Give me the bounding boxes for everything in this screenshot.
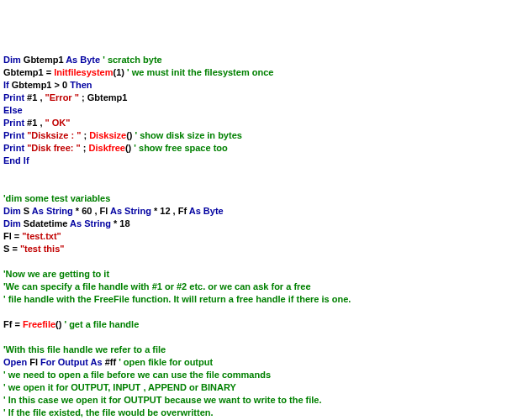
code-token: Ff = (3, 319, 23, 329)
code-token: 'Now we are getting to it (3, 269, 109, 279)
code-token: As (66, 55, 77, 65)
code-line: Else (3, 104, 528, 117)
code-token: Dim (3, 218, 21, 228)
code-line (3, 306, 528, 318)
code-token: End (3, 155, 21, 165)
code-token: Then (70, 80, 92, 90)
code-token: Fl (27, 357, 40, 367)
code-token: " OK" (45, 118, 71, 128)
code-token: "Disk free: " (27, 143, 81, 153)
code-token: ' If the file existed, the file would be… (3, 407, 214, 417)
code-line: Print "Disk free: " ; Diskfree() ' show … (3, 142, 528, 155)
code-line: If Gbtemp1 > 0 Then (3, 79, 528, 92)
code-line: ' If the file existed, the file would be… (3, 407, 528, 419)
code-token: () (55, 319, 64, 329)
code-token: S = (3, 244, 20, 254)
code-token: "test.txt" (22, 231, 61, 241)
code-line (3, 255, 528, 268)
code-token: Gbtemp1 = (3, 67, 54, 77)
code-token: "test this" (20, 244, 65, 254)
code-token: String (124, 206, 151, 216)
code-line: Dim S As String * 60 , Fl As String * 12… (3, 205, 528, 218)
code-token: ' file handle with the FreeFile function… (3, 294, 351, 304)
code-token: ' open fikle for output (119, 357, 213, 367)
code-token: "Disksize : " (27, 130, 81, 140)
code-line: Dim Sdatetime As String * 18 (3, 218, 528, 230)
code-token: Else (3, 105, 23, 115)
code-token: ' show disk size in bytes (135, 130, 242, 140)
code-token: If (3, 80, 9, 90)
code-token: ' we need to open a file before we can u… (3, 370, 271, 380)
code-block: Dim Gbtemp1 As Byte ' scratch byteGbtemp… (3, 54, 528, 420)
code-line (3, 180, 528, 192)
code-token: #ff (103, 357, 119, 367)
code-token: ' get a file handle (64, 319, 139, 329)
code-line: 'We can specify a file handle with #1 or… (3, 281, 528, 293)
code-token: For (40, 357, 55, 367)
code-token: As (91, 357, 103, 367)
code-token: 'dim some test variables (3, 193, 110, 203)
code-token: Initfilesystem (54, 67, 113, 77)
code-token: ' show free space too (134, 143, 227, 153)
code-token: ' we open it for OUTPUT, INPUT , APPEND … (3, 382, 236, 392)
code-token (3, 168, 6, 178)
code-line: ' we need to open a file before we can u… (3, 369, 528, 381)
code-line: Print "Disksize : " ; Disksize() ' show … (3, 129, 528, 142)
code-token: 'We can specify a file handle with #1 or… (3, 281, 311, 291)
code-token: String (46, 206, 73, 216)
code-token: Dim (3, 55, 21, 65)
code-token: * 12 , Ff (151, 206, 189, 216)
code-line: ' In this case we open it for OUTPUT bec… (3, 394, 528, 407)
code-line: ' file handle with the FreeFile function… (3, 293, 528, 306)
code-token: ' we must init the filesystem once (127, 67, 273, 77)
code-token: * 60 , Fl (73, 206, 110, 216)
code-token: * 18 (111, 218, 130, 228)
code-token: Gbtemp1 (21, 55, 66, 65)
code-token: Print (3, 118, 24, 128)
code-token: #1 , (24, 92, 45, 102)
code-line: Print #1 , " OK" (3, 117, 528, 129)
code-line (3, 167, 528, 180)
code-token: Sdatetime (21, 218, 70, 228)
code-token: ; (81, 130, 89, 140)
code-token (3, 332, 6, 342)
code-token: If (24, 155, 29, 165)
code-token: Byte (77, 55, 100, 65)
code-line: ' we open it for OUTPUT, INPUT , APPEND … (3, 381, 528, 394)
code-token: "Error " (45, 92, 79, 102)
code-token: As (110, 206, 122, 216)
code-token (3, 256, 6, 266)
code-line: 'dim some test variables (3, 192, 528, 205)
code-line: Fl = "test.txt" (3, 230, 528, 243)
code-token: As (70, 218, 82, 228)
code-token: #1 , (24, 118, 45, 128)
code-token: 'With this file handle we refer to a fil… (3, 344, 166, 354)
code-token (3, 307, 6, 317)
code-line: Open Fl For Output As #ff ' open fikle f… (3, 356, 528, 369)
code-line: Ff = Freefile() ' get a file handle (3, 318, 528, 331)
code-token (3, 181, 6, 191)
code-token: Gbtemp1 > 0 (9, 80, 70, 90)
code-token: As (32, 206, 44, 216)
code-line: Print #1 , "Error " ; Gbtemp1 (3, 92, 528, 104)
code-token: Byte (203, 206, 224, 216)
code-token: Freefile (23, 319, 55, 329)
code-token: ; (81, 143, 89, 153)
code-line: End If (3, 155, 528, 167)
code-line: Dim Gbtemp1 As Byte ' scratch byte (3, 54, 528, 66)
code-line: Gbtemp1 = Initfilesystem(1) ' we must in… (3, 66, 528, 79)
code-token: () (126, 130, 135, 140)
code-token: Open (3, 357, 27, 367)
code-token: ; Gbtemp1 (79, 92, 127, 102)
code-token: String (84, 218, 111, 228)
code-token: Disksize (89, 130, 126, 140)
code-token: (1) (114, 67, 128, 77)
code-token: Diskfree (89, 143, 125, 153)
code-token: Print (3, 92, 24, 102)
code-line: 'Now we are getting to it (3, 268, 528, 281)
code-token: Output (58, 357, 88, 367)
code-token: Fl = (3, 231, 22, 241)
code-token: () (125, 143, 134, 153)
code-line: S = "test this" (3, 243, 528, 255)
code-line: 'With this file handle we refer to a fil… (3, 344, 528, 356)
